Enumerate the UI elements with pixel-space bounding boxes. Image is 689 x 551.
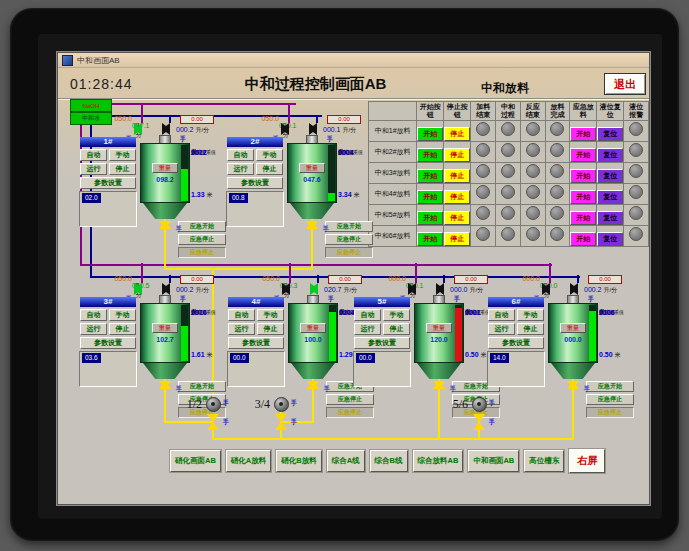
manual-tag: 手 [291,399,297,408]
pump-valve-icon[interactable] [473,414,485,430]
emergency-button-2[interactable]: 应急停止 [178,247,226,258]
start-button[interactable]: 开始 [417,211,443,225]
bottom-valve-icon[interactable] [159,381,171,397]
manual-button[interactable]: 手动 [257,309,284,321]
bottom-valve-icon[interactable] [433,381,445,397]
stop-button[interactable]: 停止 [444,190,470,204]
exit-button[interactable]: 退出 [604,73,646,95]
stop-button[interactable]: 停止 [109,323,136,335]
valve-left-icon[interactable] [134,123,150,135]
manual-button[interactable]: 手动 [383,309,410,321]
feed-done-lamp [476,122,490,136]
start-button[interactable]: 开始 [417,169,443,183]
pump-icon[interactable] [274,397,289,412]
params-button[interactable]: 参数设置 [488,337,544,349]
bottom-valve-icon[interactable] [567,381,579,397]
emergency-button-2[interactable]: 应急停止 [325,247,373,258]
auto-button[interactable]: 自动 [488,309,515,321]
start-button[interactable]: 开始 [417,190,443,204]
emergency-button-0[interactable]: 应急开始 [325,221,373,232]
nav-button-5[interactable]: 综合放料AB [413,450,464,472]
inlet-pipe-stub [415,263,417,283]
bottom-valve-icon[interactable] [306,221,318,237]
valve-left-icon[interactable] [408,283,424,295]
pump-valve-icon[interactable] [207,414,219,430]
stop-button[interactable]: 停止 [444,232,470,246]
stop-button[interactable]: 停止 [444,148,470,162]
level-reset-button[interactable]: 复位 [597,190,623,204]
emergency-discharge-button[interactable]: 开始 [570,211,596,225]
start-button[interactable]: 开始 [417,127,443,141]
nav-button-4[interactable]: 综合B线 [370,450,408,472]
stop-button[interactable]: 停止 [444,169,470,183]
auto-button[interactable]: 自动 [80,309,107,321]
emergency-discharge-button[interactable]: 开始 [570,190,596,204]
level-reset-button[interactable]: 复位 [597,232,623,246]
auto-button[interactable]: 自动 [354,309,381,321]
stop-button[interactable]: 停止 [517,323,544,335]
table-cell: 开始 [570,226,597,247]
pump-valve-icon[interactable] [275,414,287,430]
level-reset-button[interactable]: 复位 [597,169,623,183]
manual-button[interactable]: 手动 [256,149,283,161]
stop-button[interactable]: 停止 [109,163,136,175]
params-button[interactable]: 参数设置 [80,337,136,349]
nav-button-3[interactable]: 综合A线 [327,450,365,472]
run-button[interactable]: 运行 [227,163,254,175]
emergency-discharge-button[interactable]: 开始 [570,148,596,162]
valve-left-icon[interactable] [134,283,150,295]
emergency-button-2[interactable]: 应急停止 [586,407,634,418]
auto-button[interactable]: 自动 [228,309,255,321]
stop-button[interactable]: 停止 [383,323,410,335]
bottom-valve-icon[interactable] [159,221,171,237]
emergency-button-0[interactable]: 应急开始 [178,381,226,392]
level-reset-button[interactable]: 复位 [597,127,623,141]
pump-icon[interactable] [206,397,221,412]
stop-button[interactable]: 停止 [256,163,283,175]
manual-button[interactable]: 手动 [517,309,544,321]
stop-button[interactable]: 停止 [444,127,470,141]
stop-button[interactable]: 停止 [257,323,284,335]
emergency-button-0[interactable]: 应急开始 [586,381,634,392]
nav-button-8[interactable]: 右屏 [569,449,605,473]
emergency-button-1[interactable]: 应急停止 [586,394,634,405]
neutralize-lamp [501,164,515,178]
params-button[interactable]: 参数设置 [227,177,283,189]
pump-icon[interactable] [472,397,487,412]
legend-badge-naoh: NaOH [70,99,112,112]
level-reset-button[interactable]: 复位 [597,211,623,225]
bottom-valve-icon[interactable] [307,381,319,397]
nav-button-2[interactable]: 硝化B放料 [276,450,321,472]
run-button[interactable]: 运行 [354,323,381,335]
valve-left-icon[interactable] [282,283,298,295]
emergency-discharge-button[interactable]: 开始 [570,232,596,246]
emergency-button-0[interactable]: 应急开始 [178,221,226,232]
nav-button-0[interactable]: 硝化画面AB [170,450,221,472]
valve-left-icon[interactable] [281,123,297,135]
params-button[interactable]: 参数设置 [80,177,136,189]
valve-left-icon[interactable] [542,283,558,295]
auto-button[interactable]: 自动 [80,149,107,161]
run-button[interactable]: 运行 [228,323,255,335]
auto-button[interactable]: 自动 [227,149,254,161]
emergency-discharge-button[interactable]: 开始 [570,127,596,141]
stop-button[interactable]: 停止 [444,211,470,225]
params-button[interactable]: 参数设置 [354,337,410,349]
level-readout: 0.50米 [465,351,487,360]
manual-button[interactable]: 手动 [109,309,136,321]
start-button[interactable]: 开始 [417,232,443,246]
emergency-discharge-button[interactable]: 开始 [570,169,596,183]
level-reset-button[interactable]: 复位 [597,148,623,162]
run-button[interactable]: 运行 [488,323,515,335]
nav-button-6[interactable]: 中和画面AB [468,450,519,472]
params-button[interactable]: 参数设置 [228,337,284,349]
reaction-done-lamp [526,206,540,220]
nav-button-1[interactable]: 硝化A放料 [226,450,271,472]
run-button[interactable]: 运行 [80,323,107,335]
emergency-button-1[interactable]: 应急停止 [325,234,373,245]
manual-button[interactable]: 手动 [109,149,136,161]
emergency-button-1[interactable]: 应急停止 [178,234,226,245]
nav-button-7[interactable]: 高位槽东 [524,450,564,472]
run-button[interactable]: 运行 [80,163,107,175]
start-button[interactable]: 开始 [417,148,443,162]
